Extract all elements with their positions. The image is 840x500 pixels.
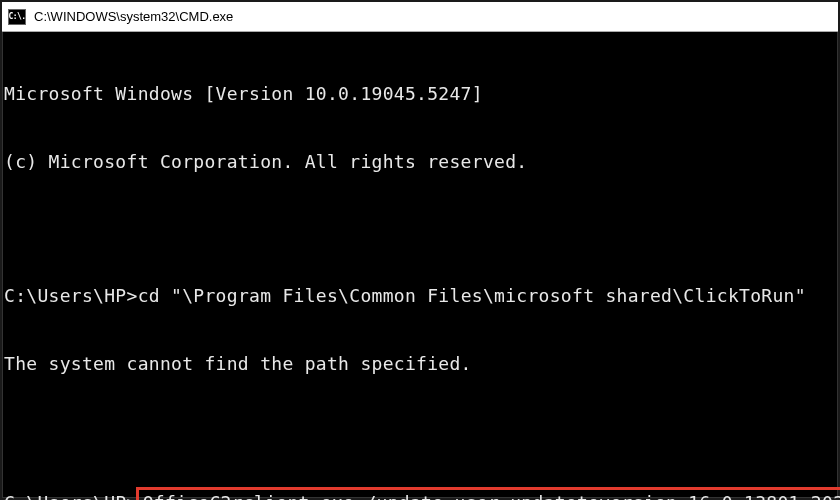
command-line-2: C:\Users\HP>OfficeC2rclient.exe /update … [2, 487, 838, 500]
blank-line [2, 218, 838, 240]
command-line-1: C:\Users\HP>cd "\Program Files\Common Fi… [2, 285, 838, 308]
version-line: Microsoft Windows [Version 10.0.19045.52… [2, 83, 838, 106]
command-text: cd "\Program Files\Common Files\microsof… [138, 285, 806, 306]
error-line: The system cannot find the path specifie… [2, 353, 838, 376]
highlighted-command: OfficeC2rclient.exe /update user updatet… [136, 487, 840, 500]
window-title: C:\WINDOWS\system32\CMD.exe [34, 9, 233, 24]
cmd-icon: C:\. [8, 9, 26, 25]
prompt: C:\Users\HP> [4, 492, 138, 500]
prompt: C:\Users\HP> [4, 285, 138, 306]
command-text: OfficeC2rclient.exe /update user updatet… [143, 492, 840, 500]
terminal-area[interactable]: Microsoft Windows [Version 10.0.19045.52… [2, 32, 838, 500]
copyright-line: (c) Microsoft Corporation. All rights re… [2, 151, 838, 174]
titlebar[interactable]: C:\. C:\WINDOWS\system32\CMD.exe [2, 2, 838, 32]
blank-line [2, 420, 838, 442]
cmd-window: C:\. C:\WINDOWS\system32\CMD.exe Microso… [0, 0, 840, 500]
